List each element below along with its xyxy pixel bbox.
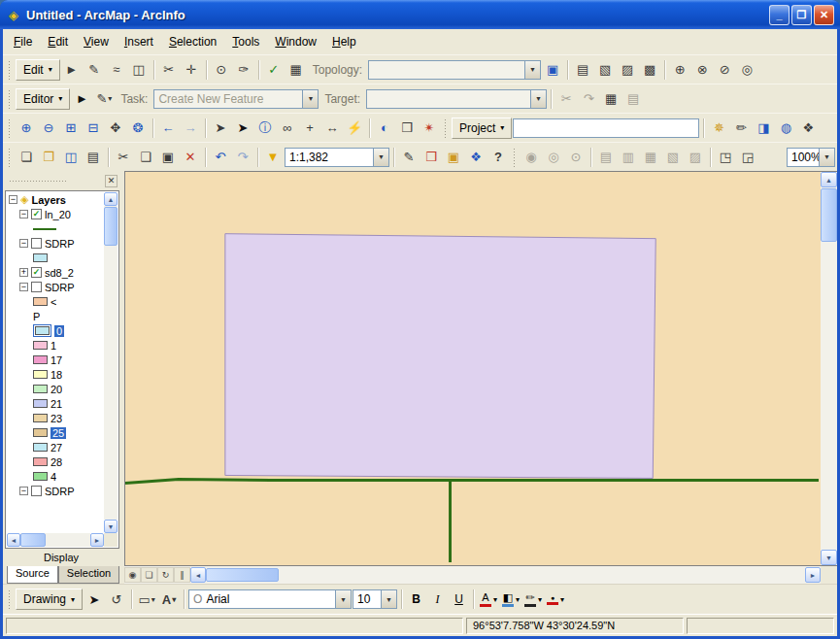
arccatalog-icon[interactable]: ▣ — [443, 147, 464, 168]
legend-row-selected[interactable]: 25 — [7, 425, 104, 440]
shape-tool-icon[interactable]: ▭▾ — [136, 589, 157, 610]
line-symbol-swatch[interactable] — [33, 228, 56, 230]
symbol-row[interactable] — [7, 221, 104, 236]
legend-label[interactable]: 4 — [50, 471, 56, 483]
edit-menu-button[interactable]: Edit▾ — [16, 59, 60, 81]
grid-tool-icon[interactable]: ▧ — [662, 147, 684, 168]
measure-icon[interactable]: ↔ — [321, 118, 343, 139]
tile-windows-icon[interactable]: ◳ — [715, 147, 736, 168]
legend-swatch[interactable] — [33, 355, 48, 364]
toolbar-grip[interactable] — [444, 118, 447, 138]
legend-label[interactable]: 27 — [50, 442, 62, 454]
legend-label[interactable]: 18 — [50, 369, 62, 381]
add-data-icon[interactable]: ▼ — [262, 147, 284, 168]
legend-row-selected[interactable]: 0 — [7, 323, 104, 338]
grid-tool-icon[interactable]: ▨ — [685, 147, 706, 168]
collapse-icon[interactable]: − — [19, 210, 28, 219]
text-tool-icon[interactable]: A▾ — [158, 589, 180, 610]
font-color-button[interactable]: A ▾ — [478, 589, 499, 610]
toolbar-grip[interactable] — [8, 589, 11, 609]
generalize-icon[interactable]: ▩ — [639, 59, 660, 81]
cascade-windows-icon[interactable]: ◲ — [737, 147, 758, 168]
tab-selection[interactable]: Selection — [58, 566, 119, 584]
legend-heading-row[interactable]: P — [7, 309, 104, 323]
tools-search-input[interactable] — [513, 118, 699, 138]
attributes-icon[interactable]: ▦ — [600, 88, 622, 110]
modify-edge-icon[interactable]: ✎ — [84, 59, 105, 81]
find-route-icon[interactable]: ✴ — [419, 118, 440, 139]
menu-help[interactable]: Help — [324, 32, 364, 51]
collapse-icon[interactable]: − — [19, 487, 28, 495]
map-canvas[interactable] — [125, 172, 821, 565]
legend-row[interactable]: 4 — [7, 469, 104, 484]
drawing-menu-button[interactable]: Drawing▾ — [16, 589, 83, 610]
fixed-zoom-out-icon[interactable]: ⊟ — [83, 118, 104, 139]
scroll-up-icon[interactable]: ▲ — [104, 192, 118, 206]
align-edge-icon[interactable]: ◫ — [128, 59, 150, 81]
snap-tool-icon[interactable]: ⊙ — [211, 59, 232, 81]
construct-features-icon[interactable]: ✛ — [181, 59, 202, 81]
paste-icon[interactable]: ▣ — [157, 147, 179, 168]
line-color-button[interactable]: ✏ ▾ — [522, 589, 544, 610]
map-topology-icon[interactable]: ▣ — [542, 59, 563, 81]
editor-menu-button[interactable]: Editor▾ — [16, 88, 70, 110]
scroll-left-icon[interactable]: ◄ — [7, 533, 20, 547]
toolbar-grip[interactable] — [8, 148, 11, 167]
go-forward-extent-icon[interactable]: → — [180, 118, 201, 139]
scroll-right-icon[interactable]: ► — [805, 567, 821, 583]
bold-button[interactable]: B — [406, 589, 426, 610]
globe-icon[interactable]: ◍ — [775, 118, 796, 139]
legend-swatch[interactable] — [33, 414, 48, 422]
zoom-out-icon[interactable]: ⊖ — [38, 118, 59, 139]
select-elements-icon[interactable]: ➤ — [232, 118, 253, 139]
legend-swatch[interactable] — [33, 385, 48, 393]
whats-this-help-icon[interactable]: ? — [487, 147, 509, 168]
menu-window[interactable]: Window — [267, 32, 324, 51]
edit-vertices-icon[interactable]: ► — [61, 59, 83, 81]
scroll-up-icon[interactable]: ▲ — [821, 172, 837, 187]
open-icon[interactable]: ❐ — [38, 147, 59, 168]
project-menu-button[interactable]: Project▾ — [452, 118, 512, 139]
print-icon[interactable]: ▤ — [83, 147, 104, 168]
arctoolbox-icon[interactable]: ❒ — [420, 147, 442, 168]
map-vertical-scrollbar[interactable]: ▲ ▼ — [821, 172, 837, 565]
delete-icon[interactable]: ✕ — [180, 147, 201, 168]
legend-row[interactable]: 17 — [7, 353, 104, 367]
grid-tool-icon[interactable]: ▦ — [640, 147, 661, 168]
symbol-row[interactable] — [7, 251, 104, 265]
sketch-pencil-icon[interactable]: ✏ — [730, 118, 752, 139]
menu-selection[interactable]: Selection — [161, 32, 224, 51]
toc-root-row[interactable]: − ◈ Layers — [7, 192, 104, 207]
edit-arrow-icon[interactable]: ► — [71, 88, 92, 110]
split-edge-icon[interactable]: ✂ — [158, 59, 180, 81]
zoom-percent-combo[interactable]: 100% ▼ — [787, 148, 835, 167]
scroll-down-icon[interactable]: ▼ — [821, 550, 837, 565]
find-icon[interactable]: ∞ — [277, 118, 298, 139]
legend-label[interactable]: 0 — [54, 325, 64, 337]
legend-row[interactable]: 21 — [7, 396, 104, 411]
underline-button[interactable]: U — [449, 589, 469, 610]
clip-icon[interactable]: ⊘ — [714, 59, 735, 81]
pan-to-selected-icon[interactable]: ⊙ — [565, 147, 587, 168]
toolbar-grip[interactable] — [8, 89, 11, 109]
redo-icon[interactable]: ↷ — [232, 147, 253, 168]
construct-polygons-icon[interactable]: ▧ — [594, 59, 616, 81]
layer-checkbox[interactable]: ✓ — [31, 267, 42, 278]
fill-symbol-swatch[interactable] — [33, 253, 48, 262]
overflow-icon[interactable]: ❖ — [797, 118, 819, 139]
toc-grip[interactable] — [9, 180, 67, 183]
my-places-icon[interactable]: ✵ — [708, 118, 729, 139]
layer-checkbox[interactable] — [31, 238, 42, 249]
go-to-xy-icon[interactable]: + — [299, 118, 320, 139]
layer-checkbox[interactable] — [31, 282, 42, 292]
layer-row[interactable]: − ✓ ln_20 — [7, 207, 104, 221]
legend-label[interactable]: 1 — [50, 340, 56, 352]
legend-row[interactable]: 1 — [7, 338, 104, 353]
zoom-in-icon[interactable]: ⊕ — [16, 118, 37, 139]
layer-checkbox[interactable]: ✓ — [31, 209, 42, 219]
split-tool-icon[interactable]: ✂ — [555, 88, 577, 110]
toolbar-grip[interactable] — [513, 148, 516, 167]
select-features-icon[interactable]: ➤ — [210, 118, 231, 139]
fill-color-button[interactable]: ◧ ▾ — [500, 589, 521, 610]
layer-label[interactable]: SDRP — [45, 486, 75, 497]
